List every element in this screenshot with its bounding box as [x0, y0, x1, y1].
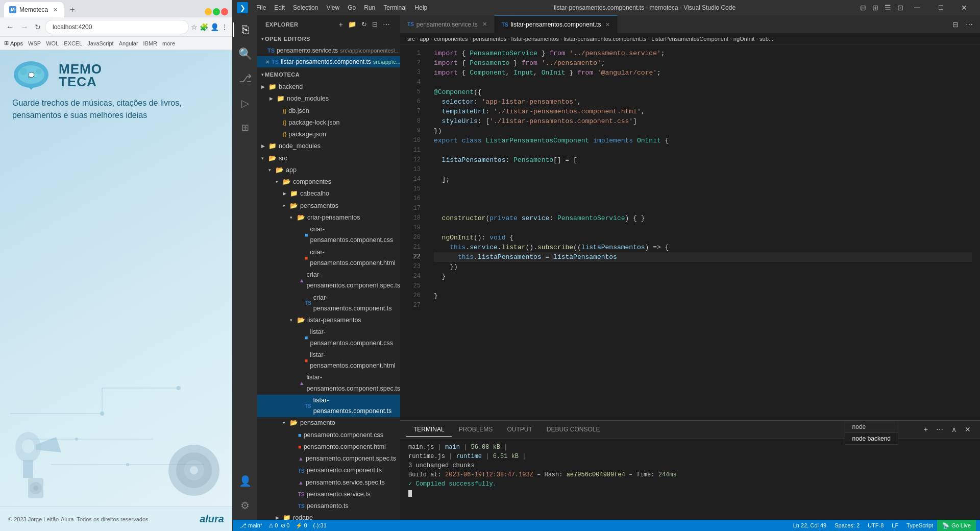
go-live-button[interactable]: 📡 Go Live — [937, 520, 976, 531]
activity-debug[interactable]: ▷ — [233, 91, 257, 115]
tree-package-lock[interactable]: {} package-lock.json — [257, 117, 400, 129]
tree-criar-html[interactable]: ■ criar-pensamentos.component.html — [257, 247, 400, 270]
tree-listar-pens[interactable]: ▾ 📂 listar-pensamentos — [257, 315, 400, 326]
terminal-close-btn[interactable]: ✕ — [962, 424, 974, 435]
tree-listar-html[interactable]: ■ listar-pensamentos.component.html — [257, 349, 400, 372]
open-file-listar[interactable]: ✕ TS listar-pensamentos.component.ts src… — [257, 56, 400, 67]
browser-maximize-btn[interactable] — [213, 8, 220, 15]
open-file-pensamento-service[interactable]: TS pensamento.service.ts src\app\compone… — [257, 45, 400, 56]
tree-pens-comp-ts[interactable]: TS pensamento.component.ts — [257, 465, 400, 476]
refresh-btn[interactable]: ↻ — [359, 19, 369, 30]
tree-cabecalho[interactable]: ▶ 📁 cabecalho — [257, 188, 400, 200]
tree-app[interactable]: ▾ 📂 app — [257, 164, 400, 176]
tree-db-json[interactable]: {} db.json — [257, 105, 400, 117]
bookmark-excel[interactable]: EXCEL — [64, 40, 82, 46]
term-tab-debug[interactable]: DEBUG CONSOLE — [540, 423, 607, 436]
bookmark-ibmr[interactable]: IBMR — [143, 40, 158, 46]
tree-package-json[interactable]: {} package.json — [257, 129, 400, 140]
tree-criar-spec[interactable]: ▲ criar-pensamentos.component.spec.ts — [257, 269, 400, 292]
menu-edit[interactable]: Edit — [270, 2, 289, 13]
node-tab-2[interactable]: node backend — [845, 433, 898, 444]
tree-pens-css[interactable]: ■ pensamento.component.css — [257, 429, 400, 441]
forward-button[interactable]: → — [18, 20, 31, 34]
layout-icon-1[interactable]: ⊟ — [858, 3, 868, 13]
tree-pensamentos[interactable]: ▾ 📂 pensamentos — [257, 200, 400, 212]
bookmark-more[interactable]: more — [162, 40, 175, 46]
terminal-collapse-btn[interactable]: ∧ — [948, 424, 960, 435]
activity-settings[interactable]: ⚙ — [233, 493, 257, 518]
breadcrumb-file[interactable]: listar-pensamentos.component.ts — [564, 36, 646, 42]
tree-pensamento-ts[interactable]: TS pensamento.ts — [257, 500, 400, 512]
close-icon[interactable]: ✕ — [53, 7, 58, 13]
back-button[interactable]: ← — [4, 20, 16, 34]
bookmark-wsp[interactable]: WSP — [28, 40, 41, 46]
activity-explorer[interactable]: ⎘ — [233, 17, 257, 42]
status-branch[interactable]: ⎇ main* — [237, 520, 265, 531]
term-tab-terminal[interactable]: TERMINAL — [406, 423, 452, 437]
win-close-btn[interactable]: ✕ — [952, 0, 976, 15]
tree-src[interactable]: ▾ 📂 src — [257, 153, 400, 164]
terminal-more-btn[interactable]: ⋯ — [933, 424, 946, 435]
tree-node-modules-root[interactable]: ▶ 📁 node_modules — [257, 140, 400, 152]
browser-tab-active[interactable]: M Memoteca ✕ — [4, 2, 64, 17]
tree-backend-node-modules[interactable]: ▶ 📁 node_modules — [257, 93, 400, 105]
tree-pensamento-folder[interactable]: ▾ 📂 pensamento — [257, 417, 400, 429]
status-language[interactable]: TypeScript — [902, 520, 937, 531]
section-open-editors[interactable]: ▾ OPEN EDITORS — [257, 33, 400, 45]
new-folder-btn[interactable]: 📁 — [346, 19, 358, 30]
tree-listar-spec[interactable]: ▲ listar-pensamentos.component.spec.ts — [257, 372, 400, 395]
browser-minimize-btn[interactable] — [205, 8, 212, 15]
settings-button[interactable]: ⋮ — [221, 23, 228, 31]
term-tab-output[interactable]: OUTPUT — [500, 423, 539, 436]
bookmark-wol[interactable]: WOL — [46, 40, 59, 46]
breadcrumb-sub[interactable]: sub... — [760, 36, 773, 42]
menu-go[interactable]: Go — [344, 2, 360, 13]
split-editor-btn[interactable]: ⊟ — [949, 19, 962, 30]
new-file-btn[interactable]: + — [337, 19, 345, 30]
tree-criar-ts[interactable]: TS criar-pensamentos.component.ts — [257, 292, 400, 315]
activity-git[interactable]: ⎇ — [233, 66, 257, 91]
status-errors[interactable]: ⚠ 0 ⊘ 0 — [265, 520, 292, 531]
tree-pens-html[interactable]: ■ pensamento.component.html — [257, 441, 400, 453]
tree-rodape[interactable]: ▶ 📁 rodape — [257, 512, 400, 520]
bookmark-js[interactable]: JavaScript — [87, 40, 113, 46]
breadcrumb-componentes[interactable]: componentes — [434, 36, 468, 42]
menu-selection[interactable]: Selection — [289, 2, 322, 13]
tree-pens-service-ts[interactable]: TS pensamento.service.ts — [257, 489, 400, 500]
tab-close-listar[interactable]: ✕ — [605, 21, 610, 28]
code-lines[interactable]: import { PensamentoService } from '../pe… — [426, 44, 980, 420]
address-bar[interactable] — [45, 20, 189, 34]
reload-button[interactable]: ↻ — [33, 21, 43, 33]
win-minimize-btn[interactable]: ─ — [905, 0, 929, 15]
breadcrumb-pensamentos[interactable]: pensamentos — [473, 36, 506, 42]
menu-run[interactable]: Run — [360, 2, 379, 13]
layout-icon-3[interactable]: ☰ — [883, 3, 893, 13]
breadcrumb-app[interactable]: app — [420, 36, 429, 42]
activity-extensions[interactable]: ⊞ — [233, 115, 257, 140]
new-tab-button[interactable]: + — [66, 2, 79, 17]
tree-pens-spec[interactable]: ▲ pensamento.component.spec.ts — [257, 453, 400, 465]
tree-backend[interactable]: ▶ 📁 backend — [257, 81, 400, 93]
extensions-button[interactable]: 🧩 — [200, 23, 208, 31]
profile-button[interactable]: 👤 — [210, 23, 219, 31]
menu-file[interactable]: File — [252, 2, 270, 13]
close-icon-file[interactable]: ✕ — [265, 58, 270, 66]
editor-more-btn[interactable]: ⋯ — [963, 19, 976, 30]
menu-view[interactable]: View — [322, 2, 344, 13]
add-terminal-btn[interactable]: + — [921, 424, 931, 435]
tree-pens-service-spec[interactable]: ▲ pensamento.service.spec.ts — [257, 477, 400, 489]
win-maximize-btn[interactable]: ☐ — [929, 0, 952, 15]
status-info[interactable]: ⚡ 0 — [292, 520, 310, 531]
terminal-content[interactable]: main.js | main | 56.08 kB | runtime.js |… — [400, 439, 980, 520]
status-eol[interactable]: LF — [888, 520, 902, 531]
editor-tab-listar-active[interactable]: TS listar-pensamentos.component.ts ✕ — [495, 15, 618, 33]
breadcrumb-listar[interactable]: listar-pensamentos — [511, 36, 559, 42]
collapse-all-btn[interactable]: ⊟ — [370, 19, 380, 30]
activity-search[interactable]: 🔍 — [233, 42, 257, 66]
section-memoteca[interactable]: ▾ MEMOTECA — [257, 68, 400, 81]
breadcrumb-class[interactable]: ListarPensamentosComponent — [651, 36, 728, 42]
menu-help[interactable]: Help — [411, 2, 432, 13]
bookmark-button[interactable]: ☆ — [191, 23, 198, 31]
tree-componentes[interactable]: ▾ 📂 componentes — [257, 176, 400, 188]
menu-terminal[interactable]: Terminal — [379, 2, 410, 13]
